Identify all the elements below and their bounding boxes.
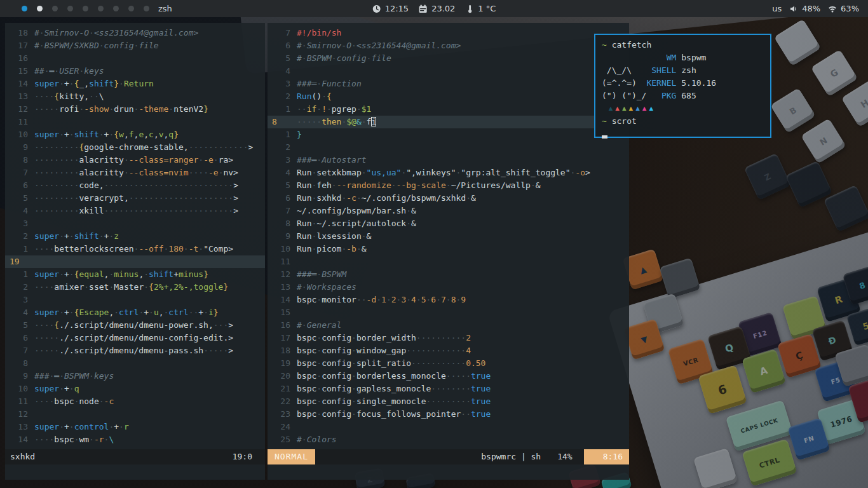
- workspace-dot-1[interactable]: [22, 6, 27, 11]
- vim-cursor-hollow: i: [371, 117, 376, 126]
- line-text: ##·═·USER·keys: [34, 65, 104, 78]
- vim-line: 7·········alacritty·--class=nvim····-e·n…: [5, 166, 265, 179]
- vim-buffer-bspwmrc[interactable]: 7#!/bin/sh6#·Smirnov-O·<ss2316544@gmail.…: [268, 23, 629, 449]
- line-number: 20: [268, 370, 290, 383]
- workspace-dot-4[interactable]: [67, 6, 73, 11]
- vim-line: 11: [268, 255, 629, 268]
- line-text: super·+·{equal,·minus,·shift+minus}: [34, 268, 208, 281]
- vim-line: 5Run·feh·--randomize·--bg-scale·~/Pictur…: [268, 179, 629, 192]
- line-text: ····bspc·wm·-r·\: [34, 433, 114, 446]
- vim-line: 2Run()·{: [268, 90, 629, 103]
- line-number: 12: [5, 103, 28, 116]
- vim-line: 4: [268, 65, 629, 78]
- line-number: 8: [5, 154, 28, 166]
- line-text: bspc·config·split_ratio···········0.50: [297, 357, 485, 370]
- vim-line: 16: [5, 52, 265, 65]
- wifi-module[interactable]: 63%: [828, 4, 859, 13]
- line-number: 19: [268, 357, 290, 370]
- workspace-indicators: [22, 6, 149, 11]
- vim-line: 25#·Colors: [268, 433, 629, 446]
- line-text: #·Workspaces: [297, 281, 356, 294]
- keyboard-layout-indicator[interactable]: us: [772, 4, 782, 13]
- line-text: }: [297, 128, 302, 141]
- line-number: 15: [5, 65, 28, 78]
- speaker-icon: [789, 4, 798, 13]
- vim-buffer-sxhkd[interactable]: 18#·Smirnov-O·<ss2316544@gmail.com>17#·B…: [5, 23, 265, 449]
- line-text: bspc·config·single_monocle·········true: [297, 395, 491, 408]
- line-number: 14: [5, 78, 28, 90]
- date-value: 23.02: [431, 4, 455, 13]
- line-number: 12: [5, 408, 28, 421]
- workspace-dot-8[interactable]: [128, 6, 134, 11]
- line-text: super·+·{Escape,·ctrl·+·u,·ctrl··+·i}: [34, 306, 219, 319]
- workspace-dot-5[interactable]: [83, 6, 88, 11]
- line-number: 24: [268, 421, 290, 433]
- vim-line: 7#!/bin/sh: [268, 27, 629, 39]
- line-number: 13: [268, 281, 290, 294]
- line-text: #·Colors: [297, 433, 337, 446]
- vim-line: 4Run·setxkbmap·"us,ua"·",winkeys"·"grp:a…: [268, 166, 629, 179]
- wifi-value: 63%: [841, 4, 859, 13]
- vim-line: 3: [5, 294, 265, 306]
- line-text: ###═·Function: [297, 78, 362, 90]
- vim-line: 15: [268, 306, 629, 319]
- line-text: Run·lxsession·&: [297, 230, 371, 243]
- line-number: 8: [5, 357, 28, 370]
- line-text: ·····rofi·-show·drun·-theme·ntenV2}: [34, 103, 208, 116]
- vim-line: 12###═·BSPWM: [268, 268, 629, 281]
- vim-line: 10super·+·q: [5, 383, 265, 395]
- volume-module[interactable]: 48%: [789, 4, 820, 13]
- line-number: 14: [5, 433, 28, 446]
- fetch-prompt-catfetch: ~ catfetch: [602, 39, 764, 51]
- volume-value: 48%: [802, 4, 820, 13]
- terminal-window-bspwmrc[interactable]: 7#!/bin/sh6#·Smirnov-O·<ss2316544@gmail.…: [268, 23, 629, 480]
- line-text: #·BSPWM/SXKBD·config·file: [34, 39, 159, 52]
- line-number: 16: [268, 319, 290, 332]
- vim-line: 3###═·Autostart: [268, 154, 629, 166]
- line-number: 10: [5, 128, 28, 141]
- line-text: bspc·monitor··-d·1·2·3·4·5·6·7·8·9: [297, 294, 466, 306]
- workspace-dot-9[interactable]: [144, 6, 149, 11]
- line-number: 8: [268, 217, 290, 230]
- workspace-dot-7[interactable]: [113, 6, 119, 11]
- line-number: 2: [268, 141, 290, 154]
- vim-line: 3###═·Function: [268, 78, 629, 90]
- line-text: ###·═·BSPWM·keys: [34, 370, 114, 383]
- line-text: super·+·control·+·r: [34, 421, 129, 433]
- line-number: 4: [268, 166, 290, 179]
- floating-terminal-catfetch[interactable]: ~ catfetch WM bspwm /\_/\ SHELL zsh(=^.^…: [594, 34, 771, 138]
- vim-line: 13····{kitty,··\: [5, 90, 265, 103]
- line-number: 18: [268, 344, 290, 357]
- line-number: 11: [5, 116, 28, 128]
- statusline-filename: bspwmrc | sh: [481, 451, 541, 463]
- line-text: super·+·shift·+·{w,f,e,c,v,q}: [34, 128, 179, 141]
- line-number: 3: [268, 154, 290, 166]
- line-text: super·+·{_,shift}·Return: [34, 78, 154, 90]
- line-text: Run·setxkbmap·"us,ua"·",winkeys"·"grp:al…: [297, 166, 590, 179]
- line-number: 5: [268, 52, 290, 65]
- wifi-icon: [828, 4, 837, 13]
- line-text: ~/.config/bspwm/bar.sh·&: [297, 205, 416, 217]
- line-number: 9: [5, 370, 28, 383]
- bar-right-modules: us 48% 63%: [772, 4, 859, 13]
- clock-module: 12:15: [372, 4, 409, 13]
- fetch-info-pkg: (") (")_/ PKG 685: [602, 90, 764, 102]
- vim-line: 1····betterlockscreen·--off·180·-t·"Comp…: [5, 243, 265, 255]
- clock-value: 12:15: [385, 4, 409, 13]
- line-number: 7: [5, 166, 28, 179]
- vim-line: 18#·Smirnov-O·<ss2316544@gmail.com>: [5, 27, 265, 39]
- vim-line: 6·····./.script/dmenu/dmenu-config-edit.…: [5, 332, 265, 344]
- line-text: Run·picom·-b·&: [297, 243, 367, 255]
- fetch-color-palette: ▲▲▲▲▲▲▲: [602, 102, 764, 115]
- workspace-dot-6[interactable]: [98, 6, 104, 11]
- line-text: ###═·BSPWM: [297, 268, 346, 281]
- line-text: bspc·config·focus_follows_pointer··true: [297, 408, 491, 421]
- line-number: 3: [268, 78, 290, 90]
- workspace-dot-2[interactable]: [37, 6, 43, 11]
- terminal-window-sxhkd[interactable]: 18#·Smirnov-O·<ss2316544@gmail.com>17#·B…: [5, 23, 265, 480]
- line-number: 23: [268, 408, 290, 421]
- vim-line: 21bspc·config·gapless_monocle········tru…: [268, 383, 629, 395]
- line-text: #·Smirnov-O·<ss2316544@gmail.com>: [34, 27, 198, 39]
- workspace-dot-3[interactable]: [52, 6, 58, 11]
- line-text: ·····then·$@&·fi: [297, 116, 376, 128]
